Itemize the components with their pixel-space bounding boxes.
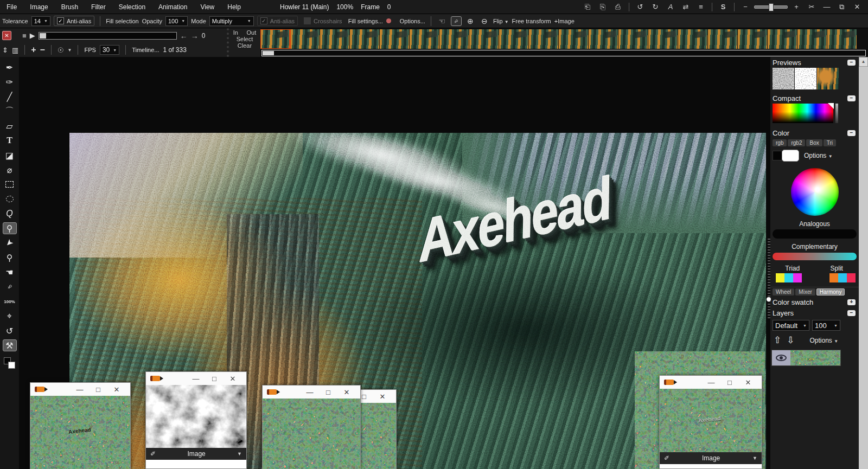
zoom-out-icon[interactable]: ⊖	[479, 17, 490, 25]
timeline-button[interactable]: Timeline...	[132, 47, 159, 53]
antialias-group[interactable]: Anti-alias	[54, 16, 94, 26]
size-plus-icon[interactable]: +	[790, 3, 803, 11]
filmstrip-icon[interactable]: ▥	[12, 46, 18, 54]
tab-box[interactable]: Box	[806, 139, 822, 146]
redo-icon[interactable]: ↻	[649, 3, 662, 11]
frame-scrubber[interactable]	[39, 32, 177, 40]
brush-size-slider[interactable]	[754, 5, 788, 9]
spray-icon[interactable]: S	[717, 3, 730, 11]
paste-buffer-icon[interactable]: ⎙	[611, 3, 624, 11]
maximize-icon[interactable]: □	[720, 378, 739, 387]
preview-thumb-3[interactable]	[817, 68, 839, 89]
close-animation-button[interactable]: ✕	[2, 31, 11, 40]
filmstrip-frame[interactable]	[439, 29, 469, 49]
filmstrip-frame[interactable]	[320, 29, 349, 49]
layer-visibility-toggle[interactable]	[772, 350, 790, 365]
filmstrip-frame[interactable]	[738, 29, 767, 49]
triad-swatches[interactable]	[776, 273, 802, 282]
paint-tool[interactable]: ✑	[3, 76, 17, 88]
complementary-bar[interactable]	[773, 253, 857, 260]
scrollbar-thumb[interactable]	[263, 51, 274, 55]
tab-mixer[interactable]: Mixer	[795, 288, 815, 295]
select-button[interactable]: Select	[237, 36, 253, 42]
paste-special-icon[interactable]: ⎘	[596, 3, 609, 11]
paste-image-icon[interactable]: ⎗	[581, 3, 594, 11]
tab-rgb2[interactable]: rgb2	[788, 139, 805, 146]
zoom-in-icon[interactable]: ⊕	[465, 17, 476, 25]
multi-tool[interactable]: ⚒	[3, 339, 17, 351]
flip-dropdown[interactable]: Flip ▼	[493, 18, 509, 24]
expand-button[interactable]: +	[847, 299, 856, 305]
light-icon[interactable]: ☉	[58, 46, 64, 54]
circle-slash-tool[interactable]: ⌀	[3, 164, 17, 176]
slider-thumb[interactable]	[769, 3, 774, 11]
layer-opacity-dropdown[interactable]: 100 ▼	[812, 320, 840, 331]
menu-file[interactable]: File	[0, 3, 23, 11]
menu-image[interactable]: Image	[23, 3, 54, 11]
buffer-label[interactable]: Image	[156, 450, 237, 458]
compact-picker[interactable]	[770, 104, 859, 123]
cursor-tool[interactable]: ➤	[3, 237, 17, 249]
free-transform-button[interactable]: Free transform	[512, 18, 551, 24]
filmstrip-frame[interactable]	[678, 29, 707, 49]
tab-rgb[interactable]: rgb	[773, 139, 787, 146]
menu-animation[interactable]: Animation	[152, 3, 194, 11]
tolerance-dropdown[interactable]: 14 ▼	[31, 16, 50, 26]
analogous-bar[interactable]	[773, 229, 857, 239]
chevron-down-icon[interactable]: ▼	[68, 48, 72, 53]
filmstrip-frame[interactable]	[827, 29, 857, 49]
filmstrip-frame[interactable]	[380, 29, 409, 49]
preview-thumb-2[interactable]	[795, 68, 816, 89]
background-color[interactable]	[8, 362, 15, 369]
filmstrip-frame[interactable]	[529, 29, 558, 49]
next-frame-icon[interactable]: →	[191, 31, 199, 40]
filmstrip-frame[interactable]	[260, 29, 290, 49]
layer-row[interactable]: ⇔	[771, 350, 841, 366]
chevron-down-icon[interactable]: ▼	[752, 455, 757, 461]
undo-tool[interactable]: ↺	[3, 325, 17, 337]
layer-options-dropdown[interactable]: Options ▼	[810, 337, 839, 344]
minimize-icon[interactable]: —	[187, 375, 205, 383]
plus-image-button[interactable]: +Image	[554, 18, 575, 24]
color-wheel[interactable]	[791, 168, 839, 216]
zoom-100-tool[interactable]: 100%	[3, 295, 17, 307]
value-strip[interactable]	[835, 104, 838, 123]
filmstrip-frame[interactable]	[648, 29, 678, 49]
menu-view[interactable]: View	[194, 3, 221, 11]
swap-layers-icon[interactable]: ⇔	[807, 354, 816, 364]
scroll-up-icon[interactable]: ▲	[859, 57, 868, 67]
panel-scrollbar[interactable]: ▲	[859, 57, 868, 469]
collapse-button[interactable]: −	[847, 95, 856, 101]
pan-tool[interactable]: ☚	[3, 266, 17, 278]
image-window-5[interactable]: — □ ✕ Axehead ✐ Image ▼	[659, 375, 762, 469]
opacity-dropdown[interactable]: 100 ▼	[165, 16, 188, 26]
buffer-label[interactable]: Image	[669, 454, 752, 462]
menu-selection[interactable]: Selection	[112, 3, 152, 11]
layer-up-icon[interactable]: ⇧	[774, 335, 781, 346]
close-button[interactable]: ✕	[851, 3, 864, 11]
tab-tri[interactable]: Tri	[824, 139, 836, 146]
expand-icon[interactable]: ⇕	[2, 46, 8, 54]
window-titlebar[interactable]: — □ ✕	[660, 376, 762, 389]
close-icon[interactable]: ✕	[107, 386, 126, 394]
close-icon[interactable]: ✕	[337, 388, 356, 396]
menu-filter[interactable]: Filter	[85, 3, 112, 11]
filmstrip-frame[interactable]	[559, 29, 588, 49]
antialias-checkbox[interactable]	[57, 17, 64, 24]
play-icon[interactable]: ▶	[30, 31, 35, 40]
blend-mode-dropdown[interactable]: Default ▼	[773, 320, 809, 331]
mode-dropdown[interactable]: Multiply ▼	[209, 16, 254, 26]
secondary-color-swatch[interactable]	[782, 150, 799, 162]
filmstrip-frame[interactable]	[499, 29, 528, 49]
layer-thumbnails[interactable]: ⇔	[790, 350, 840, 365]
panel-drag-handle[interactable]	[768, 239, 770, 320]
color-swatches[interactable]	[4, 357, 16, 369]
tab-wheel[interactable]: Wheel	[773, 288, 794, 295]
buffer-selector-bar[interactable]: ✐ Image ▼	[660, 452, 762, 464]
menu-help[interactable]: Help	[221, 3, 247, 11]
magic-wand-tool[interactable]: ⚲	[3, 222, 17, 234]
window-canvas[interactable]	[146, 385, 246, 448]
remove-frame-icon[interactable]: −	[40, 45, 45, 55]
filmstrip-frame[interactable]	[768, 29, 797, 49]
pan-hand-icon[interactable]: ☜	[437, 17, 448, 25]
